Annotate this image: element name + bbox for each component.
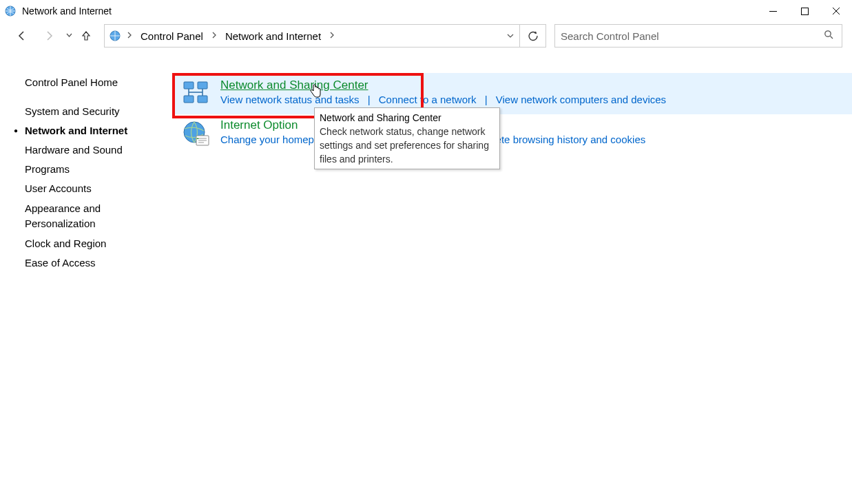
search-box[interactable] bbox=[554, 24, 842, 48]
breadcrumb-control-panel[interactable]: Control Panel bbox=[138, 29, 206, 43]
network-category-icon bbox=[4, 5, 17, 17]
address-icon bbox=[109, 30, 121, 42]
link-connect-network[interactable]: Connect to a network bbox=[379, 94, 477, 105]
minimize-button[interactable] bbox=[757, 0, 789, 22]
network-sharing-icon bbox=[180, 78, 211, 109]
sidebar-item-system-security[interactable]: System and Security bbox=[25, 102, 172, 121]
sidebar: Control Panel Home System and Security N… bbox=[0, 73, 172, 504]
address-bar[interactable]: Control Panel Network and Internet bbox=[104, 24, 546, 48]
internet-options-icon bbox=[180, 118, 211, 149]
maximize-button[interactable] bbox=[789, 0, 820, 22]
search-icon[interactable] bbox=[821, 30, 842, 42]
category-internet-options[interactable]: Internet Option Change your homep lete b… bbox=[172, 114, 852, 154]
sidebar-item-ease-access[interactable]: Ease of Access bbox=[25, 253, 172, 273]
forward-button[interactable] bbox=[37, 23, 62, 48]
tooltip: Network and Sharing Center Check network… bbox=[314, 107, 500, 169]
search-input[interactable] bbox=[559, 30, 821, 43]
sidebar-item-network-internet[interactable]: Network and Internet bbox=[25, 121, 172, 140]
sidebar-item-clock-region[interactable]: Clock and Region bbox=[25, 234, 172, 253]
svg-rect-6 bbox=[184, 96, 194, 103]
link-delete-browsing-history[interactable]: lete browsing history and cookies bbox=[493, 134, 645, 145]
recent-locations-button[interactable] bbox=[65, 32, 74, 40]
sidebar-item-programs[interactable]: Programs bbox=[25, 160, 172, 179]
breadcrumb-sep-icon[interactable] bbox=[209, 32, 220, 40]
svg-rect-5 bbox=[198, 82, 207, 89]
sidebar-item-appearance[interactable]: Appearance and Personalization bbox=[25, 198, 125, 234]
svg-rect-4 bbox=[184, 82, 194, 89]
svg-rect-1 bbox=[801, 8, 808, 14]
breadcrumb-network-internet[interactable]: Network and Internet bbox=[222, 29, 324, 43]
category-network-sharing[interactable]: Network and Sharing Center View network … bbox=[172, 73, 852, 114]
title-bar: Network and Internet bbox=[0, 0, 852, 22]
breadcrumb-sep-icon[interactable] bbox=[326, 32, 337, 40]
svg-point-3 bbox=[824, 31, 830, 36]
main-content: Network and Sharing Center View network … bbox=[172, 73, 852, 504]
network-sharing-title-link[interactable]: Network and Sharing Center bbox=[220, 78, 368, 92]
sidebar-item-user-accounts[interactable]: User Accounts bbox=[25, 179, 172, 198]
close-button[interactable] bbox=[820, 0, 852, 22]
link-sep: | bbox=[479, 94, 493, 105]
back-button[interactable] bbox=[10, 23, 34, 48]
up-button[interactable] bbox=[76, 23, 96, 48]
link-sep: | bbox=[362, 94, 376, 105]
window-title: Network and Internet bbox=[22, 6, 112, 17]
control-panel-home-link[interactable]: Control Panel Home bbox=[25, 73, 172, 92]
sidebar-item-hardware-sound[interactable]: Hardware and Sound bbox=[25, 140, 172, 160]
refresh-button[interactable] bbox=[519, 25, 546, 47]
svg-rect-7 bbox=[198, 96, 207, 103]
breadcrumb-sep-icon[interactable] bbox=[124, 32, 135, 40]
internet-options-title-link[interactable]: Internet Option bbox=[220, 118, 298, 132]
tooltip-title: Network and Sharing Center bbox=[320, 111, 495, 125]
navigation-toolbar: Control Panel Network and Internet bbox=[0, 22, 852, 50]
link-change-homepage[interactable]: Change your homep bbox=[220, 134, 314, 145]
link-view-network-status[interactable]: View network status and tasks bbox=[220, 94, 360, 105]
link-view-computers-devices[interactable]: View network computers and devices bbox=[496, 94, 666, 105]
address-dropdown-button[interactable] bbox=[500, 25, 519, 47]
tooltip-body: Check network status, change network set… bbox=[320, 125, 495, 166]
